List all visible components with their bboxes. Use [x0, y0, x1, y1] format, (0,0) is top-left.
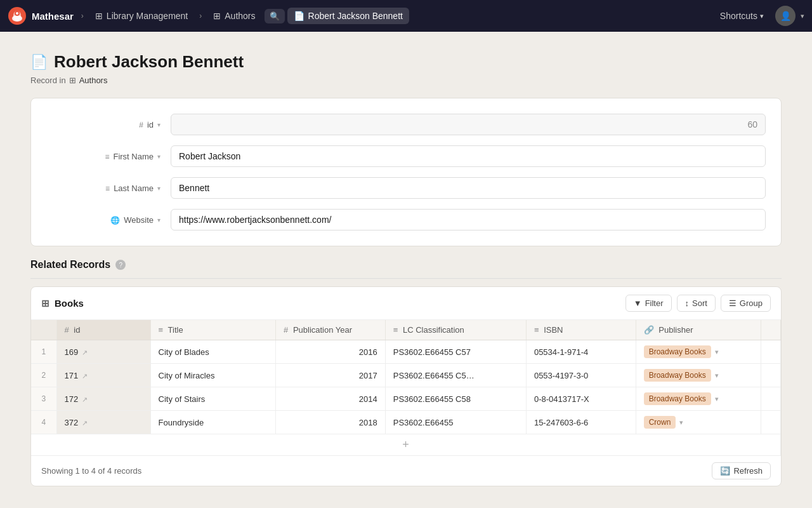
cell-lc-classification: PS3602.E66455 C58	[385, 387, 526, 411]
first-name-type-icon: ≡	[105, 152, 109, 161]
shortcuts-chevron-icon: ▾	[760, 12, 764, 20]
nav-chevron-2: ›	[197, 9, 204, 23]
nav-authors-label: Authors	[225, 11, 255, 21]
record-header: 📄 Robert Jackson Bennett	[30, 52, 782, 72]
sort-button[interactable]: ↕ Sort	[677, 295, 716, 312]
table-row: 1169↗City of Blades2016PS3602.E66455 C57…	[31, 340, 781, 364]
cell-title: City of Miracles	[150, 364, 275, 387]
cell-extra	[761, 364, 781, 387]
publisher-dropdown-icon[interactable]: ▾	[715, 371, 719, 380]
record-icon: 📄	[294, 11, 304, 21]
row-id-value: 171	[65, 371, 79, 380]
th-id[interactable]: # id	[56, 320, 150, 340]
publisher-dropdown-icon[interactable]: ▾	[715, 395, 719, 403]
id-input[interactable]	[171, 114, 766, 135]
books-table-wrapper: # id ≡ Title # Publication Year	[31, 320, 781, 455]
books-table-body: 1169↗City of Blades2016PS3602.E66455 C57…	[31, 340, 781, 456]
nav-authors[interactable]: ⊞ Authors	[207, 8, 261, 24]
refresh-icon: 🔄	[720, 466, 730, 476]
publisher-dropdown-icon[interactable]: ▾	[715, 348, 719, 356]
record-section: 📄 Robert Jackson Bennett Record in ⊞ Aut…	[0, 32, 812, 246]
row-number: 4	[31, 411, 56, 434]
cell-isbn: 05534-1-971-4	[526, 340, 636, 364]
table-header-row: # id ≡ Title # Publication Year	[31, 320, 781, 340]
row-id-value: 169	[65, 347, 79, 357]
publisher-cell: Broadway Books▾	[644, 392, 753, 405]
expand-record-icon[interactable]: ↗	[82, 419, 88, 427]
shortcuts-button[interactable]: Shortcuts ▾	[714, 8, 770, 24]
cell-title: City of Stairs	[150, 387, 275, 411]
nav-library-management[interactable]: ⊞ Library Management	[89, 8, 194, 24]
record-table-icon: ⊞	[69, 76, 76, 85]
cell-publication-year: 2018	[276, 411, 386, 434]
th-publication-year[interactable]: # Publication Year	[276, 320, 386, 340]
related-records-header: Related Records ?	[30, 259, 782, 279]
sort-icon: ↕	[685, 298, 690, 308]
user-avatar-button[interactable]: 👤	[775, 6, 796, 26]
refresh-button[interactable]: 🔄 Refresh	[712, 462, 771, 479]
cell-isbn: 0553-4197-3-0	[526, 364, 636, 387]
user-menu-chevron[interactable]: ▾	[801, 12, 804, 20]
publisher-col-icon: 🔗	[644, 325, 654, 335]
nav-record-label: Robert Jackson Bennett	[308, 11, 403, 21]
group-button[interactable]: ☰ Group	[721, 295, 771, 312]
cell-id: 169↗	[56, 340, 150, 364]
th-lc-classification[interactable]: ≡ LC Classification	[385, 320, 526, 340]
field-row-website: 🌐 Website ▾	[46, 209, 766, 231]
app-logo[interactable]: Mathesar	[8, 6, 74, 25]
expand-record-icon[interactable]: ↗	[82, 396, 88, 403]
th-isbn[interactable]: ≡ ISBN	[526, 320, 636, 340]
nav-record[interactable]: 📄 Robert Jackson Bennett	[287, 8, 409, 24]
expand-record-icon[interactable]: ↗	[82, 372, 88, 380]
cell-publication-year: 2014	[276, 387, 386, 411]
website-input[interactable]	[171, 209, 766, 231]
group-icon: ☰	[729, 298, 737, 308]
publisher-cell: Crown▾	[644, 416, 753, 429]
nav-right-area: Shortcuts ▾ 👤 ▾	[714, 6, 804, 26]
related-records-area: Related Records ? ⊞ Books ▼ Filter	[0, 246, 812, 508]
cell-id: 372↗	[56, 411, 150, 434]
id-field-chevron[interactable]: ▾	[157, 121, 160, 128]
add-row[interactable]: +	[31, 434, 781, 456]
th-publisher[interactable]: 🔗 Publisher	[636, 320, 761, 340]
last-name-input[interactable]	[171, 177, 766, 199]
cell-id: 171↗	[56, 364, 150, 387]
add-row-cell[interactable]: +	[31, 434, 781, 456]
publisher-badge: Broadway Books	[644, 369, 711, 382]
top-navigation: Mathesar › ⊞ Library Management › ⊞ Auth…	[0, 0, 812, 32]
expand-record-icon[interactable]: ↗	[82, 349, 88, 356]
field-label-last-name: ≡ Last Name ▾	[46, 177, 160, 193]
cell-extra	[761, 387, 781, 411]
field-row-last-name: ≡ Last Name ▾	[46, 177, 766, 199]
row-number: 1	[31, 340, 56, 364]
th-title[interactable]: ≡ Title	[150, 320, 275, 340]
cell-publisher: Broadway Books▾	[636, 387, 761, 411]
row-id-value: 172	[65, 394, 79, 404]
shortcuts-label: Shortcuts	[720, 11, 757, 21]
cell-publisher: Broadway Books▾	[636, 364, 761, 387]
id-col-icon: #	[65, 325, 69, 335]
first-name-chevron[interactable]: ▾	[157, 153, 160, 160]
field-label-id: # id ▾	[46, 114, 160, 130]
cell-extra	[761, 411, 781, 434]
cell-publication-year: 2016	[276, 340, 386, 364]
field-label-website: 🌐 Website ▾	[46, 209, 160, 225]
nav-search-button[interactable]: 🔍	[265, 9, 285, 23]
row-id-value: 372	[65, 418, 79, 427]
website-chevron[interactable]: ▾	[157, 217, 160, 224]
cell-publisher: Broadway Books▾	[636, 340, 761, 364]
last-name-chevron[interactable]: ▾	[157, 185, 160, 192]
books-title-label: Books	[55, 298, 84, 309]
related-records-help-icon[interactable]: ?	[115, 260, 126, 270]
page-body: 📄 Robert Jackson Bennett Record in ⊞ Aut…	[0, 32, 812, 508]
user-icon: 👤	[780, 11, 791, 21]
app-name: Mathesar	[32, 11, 74, 22]
publisher-dropdown-icon[interactable]: ▾	[679, 418, 683, 427]
field-row-id: # id ▾	[46, 114, 766, 135]
nav-library-label: Library Management	[107, 11, 188, 21]
related-records-title: Related Records	[30, 259, 110, 271]
books-actions: ▼ Filter ↕ Sort ☰ Group	[625, 295, 771, 312]
first-name-input[interactable]	[171, 145, 766, 167]
cell-lc-classification: PS3602.E66455	[385, 411, 526, 434]
filter-button[interactable]: ▼ Filter	[625, 295, 672, 312]
